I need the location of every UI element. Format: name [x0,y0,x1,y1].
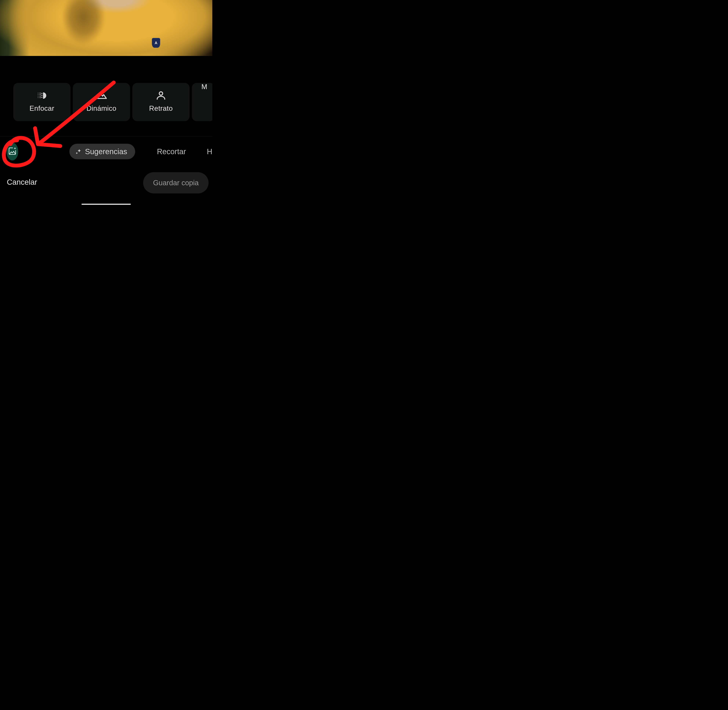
tile-portrait-label: Retrato [149,104,173,113]
svg-point-10 [40,96,41,97]
photo-shadow [57,0,110,51]
tab-edge-partial[interactable]: H [207,147,212,156]
svg-point-11 [40,97,41,98]
person-icon [155,92,167,100]
svg-point-13 [41,95,42,96]
svg-point-14 [41,97,42,98]
svg-point-1 [38,94,38,95]
svg-point-8 [40,93,41,94]
cancel-button-label: Cancelar [7,178,37,186]
magic-editor-button[interactable] [6,142,18,160]
shirt-badge-letter: A [155,41,157,45]
magic-photo-icon [7,146,17,157]
tile-focus[interactable]: Enfocar [13,83,70,121]
svg-point-0 [38,93,38,94]
editor-screen: A Enfocar [0,0,212,207]
svg-point-2 [38,96,38,97]
mountain-icon [96,92,107,100]
svg-point-4 [39,93,40,94]
home-indicator[interactable] [82,204,131,205]
svg-point-7 [39,97,40,98]
tile-more-label: M [201,83,207,91]
editor-tabs-row: Sugerencias Recortar H [0,142,212,160]
tile-dynamic[interactable]: Dinámico [73,83,130,121]
svg-point-9 [40,94,41,95]
tab-suggestions[interactable]: Sugerencias [69,144,135,159]
svg-point-5 [39,94,40,95]
svg-point-3 [38,97,38,98]
cancel-button[interactable]: Cancelar [7,178,37,186]
svg-point-15 [159,92,163,95]
tab-crop[interactable]: Recortar [157,147,186,156]
save-copy-button[interactable]: Guardar copia [143,172,208,194]
svg-point-6 [39,96,40,97]
tile-portrait[interactable]: Retrato [132,83,190,121]
svg-point-12 [41,93,42,94]
tile-focus-label: Enfocar [29,104,54,113]
tile-more-partial[interactable]: M [192,83,212,121]
sparkles-icon [75,148,82,155]
photo-preview[interactable]: A [0,0,212,56]
tab-suggestions-label: Sugerencias [85,147,127,156]
tile-dynamic-label: Dinámico [86,104,116,113]
save-copy-button-label: Guardar copia [153,179,199,187]
focus-blur-icon [36,92,48,100]
suggestion-tiles-row: Enfocar Dinámico Retrato M [13,83,212,121]
section-divider [0,136,212,136]
shirt-badge: A [152,38,160,48]
